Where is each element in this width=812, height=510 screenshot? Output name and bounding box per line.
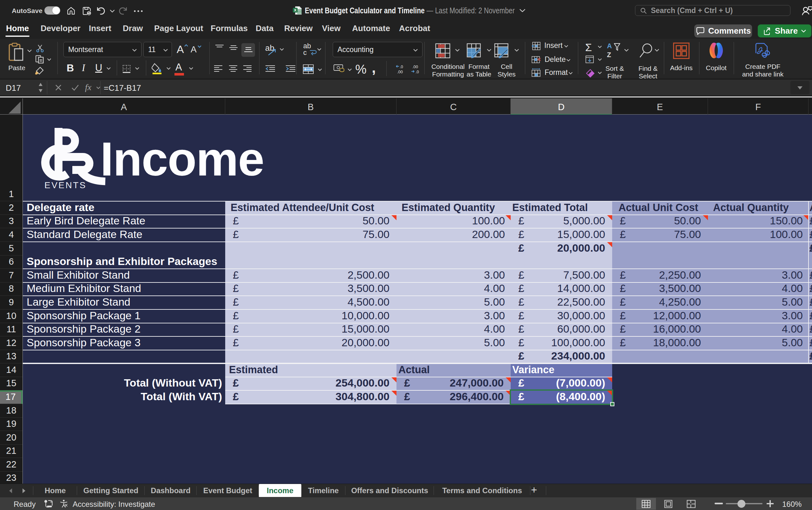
align-right-icon[interactable] — [243, 65, 252, 74]
status-accessibility[interactable]: Accessibility: Investigate — [72, 500, 155, 509]
cell-B10[interactable]: £10,000.00 — [225, 309, 396, 323]
sheet-tab-offers-and-discounts[interactable]: Offers and Discounts — [345, 484, 434, 497]
tab-formulas[interactable]: Formulas — [211, 24, 248, 33]
cell-E5[interactable] — [612, 242, 708, 255]
font-name-select[interactable]: Montserrat — [63, 42, 142, 57]
insert-chevron-icon[interactable] — [564, 45, 569, 48]
format-chevron-icon[interactable] — [568, 72, 573, 75]
cell-C13[interactable] — [396, 350, 511, 363]
cell-F11[interactable]: 4.00 — [708, 323, 809, 336]
cell-C8[interactable]: 4.00 — [396, 282, 511, 296]
cell-B8[interactable]: £3,500.00 — [225, 282, 396, 296]
cell-C9[interactable]: 5.00 — [396, 296, 511, 309]
row-header-14[interactable]: 14 — [0, 363, 23, 377]
cell-E13[interactable] — [612, 350, 708, 363]
delete-cells-icon[interactable] — [531, 55, 541, 65]
cell-E9[interactable]: £4,250.00 — [612, 296, 708, 309]
fill-chevron-icon[interactable] — [597, 58, 602, 61]
merge-chevron-icon[interactable] — [317, 68, 323, 72]
cell-F4[interactable]: 100.00 — [708, 228, 809, 242]
fill-down-icon[interactable] — [585, 55, 594, 65]
cancel-icon[interactable] — [55, 84, 62, 91]
sheet-tab-event-budget[interactable]: Event Budget — [197, 484, 259, 497]
sheet-tab-getting-started[interactable]: Getting Started — [77, 484, 145, 497]
cell-G12[interactable]: £ — [809, 336, 812, 350]
cell-A12[interactable]: Sponsorship Package 3 — [23, 336, 225, 350]
tab-view[interactable]: View — [322, 24, 341, 33]
row-header-12[interactable]: 12 — [0, 336, 23, 350]
cell-D2[interactable]: Estimated Total — [511, 201, 612, 215]
add-sheet-button[interactable]: + — [531, 484, 537, 496]
cell-G4[interactable]: £ — [809, 228, 812, 242]
people-icon[interactable] — [801, 4, 812, 17]
cell-E8[interactable]: £3,500.00 — [612, 282, 708, 296]
share-button[interactable]: Share — [758, 24, 811, 37]
cell-B15[interactable]: £254,000.00 — [225, 377, 396, 390]
row-header-22[interactable]: 22 — [0, 458, 23, 472]
cell-C6[interactable] — [396, 255, 511, 269]
accounting-format-icon[interactable] — [333, 63, 345, 76]
cell-E12[interactable]: £18,000.00 — [612, 336, 708, 350]
format-label[interactable]: Format — [545, 68, 568, 77]
cell-C14[interactable]: Actual — [396, 363, 511, 377]
document-title[interactable]: Event Budget Calculator and Timeline — [305, 6, 425, 15]
cell-C17[interactable]: £296,400.00 — [396, 390, 511, 404]
macro-record-icon[interactable] — [44, 499, 53, 510]
formula-bar-collapse-button[interactable] — [790, 81, 809, 94]
grid[interactable]: EVENTS Income Delegate rateEstimated Att… — [23, 115, 812, 484]
cell-C5[interactable] — [396, 242, 511, 255]
tabs-back-icon[interactable] — [8, 488, 14, 494]
cell-D3[interactable]: £5,000.00 — [511, 215, 612, 228]
row-header-20[interactable]: 20 — [0, 431, 23, 445]
zoom-in-button[interactable] — [766, 499, 775, 509]
cell-G3[interactable]: £ — [809, 215, 812, 228]
redo-icon[interactable] — [118, 6, 128, 16]
row-header-5[interactable]: 5 — [0, 242, 23, 255]
fill-color-icon[interactable] — [152, 63, 162, 76]
cell-F13[interactable] — [708, 350, 809, 363]
cell-E3[interactable]: £50.00 — [612, 215, 708, 228]
accounting-chevron-icon[interactable] — [347, 68, 352, 72]
cell-A2[interactable]: Delegate rate — [23, 201, 225, 215]
cell-F5[interactable] — [708, 242, 809, 255]
row-header-7[interactable]: 7 — [0, 269, 23, 282]
cell-D5[interactable]: £20,000.00 — [511, 242, 612, 255]
cell-D4[interactable]: £15,000.00 — [511, 228, 612, 242]
row-header-18[interactable]: 18 — [0, 404, 23, 418]
borders-icon[interactable] — [122, 64, 131, 75]
cell-B11[interactable]: £15,000.00 — [225, 323, 396, 336]
delete-label[interactable]: Delete — [545, 55, 566, 64]
cell-A10[interactable]: Sponsorship Package 1 — [23, 309, 225, 323]
row-header-3[interactable]: 3 — [0, 215, 23, 228]
cell-B4[interactable]: £75.00 — [225, 228, 396, 242]
paste-chevron-icon[interactable] — [27, 49, 32, 53]
fx-icon[interactable]: fx — [85, 82, 91, 92]
format-cells-icon[interactable] — [531, 68, 541, 78]
delete-chevron-icon[interactable] — [566, 58, 571, 62]
more-icon[interactable] — [133, 8, 144, 13]
column-header-E[interactable]: E — [612, 98, 708, 115]
name-box-spinner-icon[interactable] — [38, 82, 43, 93]
addins-icon[interactable] — [673, 42, 690, 61]
cell-F6[interactable] — [708, 255, 809, 269]
tab-acrobat[interactable]: Acrobat — [399, 24, 430, 33]
cell-C3[interactable]: 100.00 — [396, 215, 511, 228]
cell-B3[interactable]: £50.00 — [225, 215, 396, 228]
cell-B13[interactable] — [225, 350, 396, 363]
cell-styles-icon[interactable] — [494, 43, 510, 60]
cell-B6[interactable] — [225, 255, 396, 269]
undo-icon[interactable] — [96, 6, 106, 16]
fill-color-chevron-icon[interactable] — [166, 67, 171, 70]
autosave-toggle[interactable] — [44, 6, 60, 15]
tab-insert[interactable]: Insert — [89, 24, 111, 33]
insert-label[interactable]: Insert — [544, 41, 563, 50]
cell-E10[interactable]: £12,000.00 — [612, 309, 708, 323]
column-header-A[interactable]: A — [23, 98, 225, 115]
cell-G9[interactable]: £ — [809, 296, 812, 309]
cell-D11[interactable]: £60,000.00 — [511, 323, 612, 336]
column-header-C[interactable]: C — [396, 98, 511, 115]
row-header-23[interactable]: 23 — [0, 472, 23, 485]
cell-D8[interactable]: £14,000.00 — [511, 282, 612, 296]
cell-D14[interactable]: Variance — [511, 363, 612, 377]
formula-input[interactable]: =C17-B17 — [104, 83, 141, 93]
